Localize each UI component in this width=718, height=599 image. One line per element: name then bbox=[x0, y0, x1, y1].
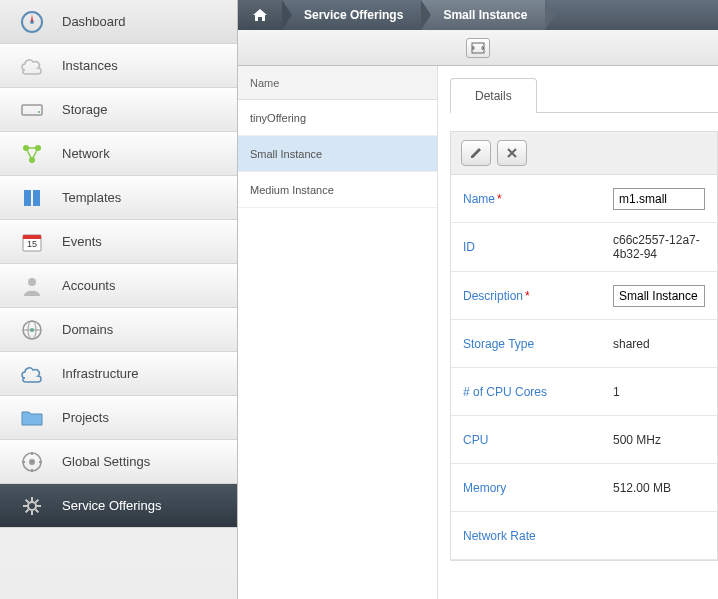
list-row[interactable]: tinyOffering bbox=[238, 100, 437, 136]
detail-row-cpu: CPU 500 MHz bbox=[451, 416, 717, 464]
offerings-list: Name tinyOffering Small Instance Medium … bbox=[238, 66, 438, 599]
network-icon bbox=[18, 140, 46, 168]
sidebar-label: Dashboard bbox=[62, 14, 126, 29]
home-icon bbox=[252, 8, 268, 22]
gear-globe-icon bbox=[18, 448, 46, 476]
detail-value: 512.00 MB bbox=[613, 481, 705, 495]
sidebar-item-events[interactable]: 15 Events bbox=[0, 220, 237, 264]
folder-icon bbox=[18, 404, 46, 432]
svg-point-3 bbox=[38, 111, 40, 113]
globe-icon bbox=[18, 316, 46, 344]
detail-row-memory: Memory 512.00 MB bbox=[451, 464, 717, 512]
details-panel: Details Name* ID bbox=[438, 66, 718, 599]
detail-label: CPU bbox=[463, 433, 613, 447]
sidebar-label: Domains bbox=[62, 322, 113, 337]
content-area: Name tinyOffering Small Instance Medium … bbox=[238, 66, 718, 599]
breadcrumb: Service Offerings Small Instance bbox=[238, 0, 718, 30]
detail-label: ID bbox=[463, 240, 613, 254]
expand-collapse-button[interactable] bbox=[466, 38, 490, 58]
detail-label: Name* bbox=[463, 192, 613, 206]
sidebar-item-accounts[interactable]: Accounts bbox=[0, 264, 237, 308]
user-icon bbox=[18, 272, 46, 300]
detail-value: 1 bbox=[613, 385, 705, 399]
sidebar-item-global-settings[interactable]: Global Settings bbox=[0, 440, 237, 484]
action-bar bbox=[450, 131, 718, 174]
drive-icon bbox=[18, 96, 46, 124]
detail-value: c66c2557-12a7-4b32-94 bbox=[613, 233, 705, 261]
breadcrumb-item-current[interactable]: Small Instance bbox=[421, 0, 545, 30]
description-field[interactable] bbox=[613, 285, 705, 307]
sidebar-label: Accounts bbox=[62, 278, 115, 293]
calendar-icon: 15 bbox=[18, 228, 46, 256]
cloud-icon bbox=[18, 52, 46, 80]
pencil-icon bbox=[469, 146, 483, 160]
svg-point-19 bbox=[28, 502, 36, 510]
sidebar-label: Global Settings bbox=[62, 454, 150, 469]
sidebar-label: Network bbox=[62, 146, 110, 161]
detail-label: # of CPU Cores bbox=[463, 385, 613, 399]
name-field[interactable] bbox=[613, 188, 705, 210]
detail-value: 500 MHz bbox=[613, 433, 705, 447]
detail-label: Description* bbox=[463, 289, 613, 303]
svg-rect-8 bbox=[33, 190, 40, 206]
template-icon bbox=[18, 184, 46, 212]
sidebar-label: Templates bbox=[62, 190, 121, 205]
sidebar-item-domains[interactable]: Domains bbox=[0, 308, 237, 352]
svg-rect-7 bbox=[24, 190, 31, 206]
detail-row-cpu-cores: # of CPU Cores 1 bbox=[451, 368, 717, 416]
sidebar-item-templates[interactable]: Templates bbox=[0, 176, 237, 220]
tabs: Details bbox=[450, 78, 718, 113]
sidebar-item-storage[interactable]: Storage bbox=[0, 88, 237, 132]
sidebar-label: Instances bbox=[62, 58, 118, 73]
detail-row-description: Description* bbox=[451, 272, 717, 320]
svg-point-16 bbox=[30, 328, 34, 332]
sidebar-label: Events bbox=[62, 234, 102, 249]
sidebar-item-projects[interactable]: Projects bbox=[0, 396, 237, 440]
sidebar: Dashboard Instances Storage Network Temp… bbox=[0, 0, 238, 599]
details-table: Name* ID c66c2557-12a7-4b32-94 Descripti… bbox=[450, 174, 718, 561]
detail-row-network-rate: Network Rate bbox=[451, 512, 717, 560]
svg-point-12 bbox=[28, 278, 36, 286]
detail-label: Network Rate bbox=[463, 529, 613, 543]
delete-button[interactable] bbox=[497, 140, 527, 166]
list-row[interactable]: Medium Instance bbox=[238, 172, 437, 208]
detail-row-name: Name* bbox=[451, 175, 717, 223]
list-header-name: Name bbox=[238, 66, 437, 100]
svg-point-18 bbox=[29, 459, 35, 465]
sidebar-item-dashboard[interactable]: Dashboard bbox=[0, 0, 237, 44]
expand-icon bbox=[471, 42, 485, 54]
breadcrumb-home[interactable] bbox=[238, 0, 282, 30]
sidebar-item-infrastructure[interactable]: Infrastructure bbox=[0, 352, 237, 396]
detail-row-storage-type: Storage Type shared bbox=[451, 320, 717, 368]
sidebar-label: Service Offerings bbox=[62, 498, 161, 513]
sidebar-label: Projects bbox=[62, 410, 109, 425]
sidebar-label: Storage bbox=[62, 102, 108, 117]
detail-label: Storage Type bbox=[463, 337, 613, 351]
list-row[interactable]: Small Instance bbox=[238, 136, 437, 172]
sidebar-label: Infrastructure bbox=[62, 366, 139, 381]
sidebar-item-network[interactable]: Network bbox=[0, 132, 237, 176]
tab-details[interactable]: Details bbox=[450, 78, 537, 113]
main-area: Service Offerings Small Instance Name ti… bbox=[238, 0, 718, 599]
detail-row-id: ID c66c2557-12a7-4b32-94 bbox=[451, 223, 717, 272]
sidebar-item-service-offerings[interactable]: Service Offerings bbox=[0, 484, 237, 528]
svg-rect-2 bbox=[22, 105, 42, 115]
close-icon bbox=[506, 147, 518, 159]
breadcrumb-item[interactable]: Service Offerings bbox=[282, 0, 421, 30]
detail-value: shared bbox=[613, 337, 705, 351]
svg-text:15: 15 bbox=[27, 239, 37, 249]
detail-label: Memory bbox=[463, 481, 613, 495]
toolbar bbox=[238, 30, 718, 66]
cloud-infra-icon bbox=[18, 360, 46, 388]
sidebar-item-instances[interactable]: Instances bbox=[0, 44, 237, 88]
gear-icon bbox=[18, 492, 46, 520]
compass-icon bbox=[18, 8, 46, 36]
edit-button[interactable] bbox=[461, 140, 491, 166]
